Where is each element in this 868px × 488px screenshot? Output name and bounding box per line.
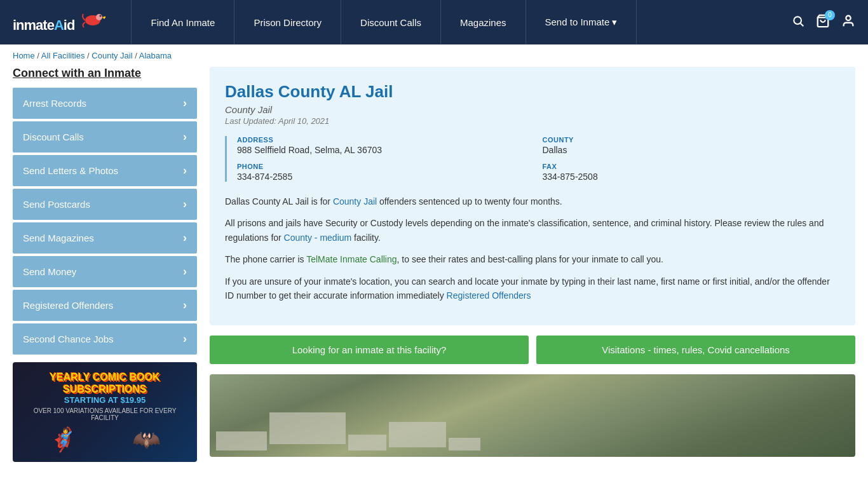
- hero-figure-1: 🦸: [49, 426, 78, 453]
- sidebar-item-registered-offenders[interactable]: Registered Offenders ›: [13, 290, 197, 321]
- facility-type: County Jail: [225, 104, 840, 115]
- breadcrumb-county-jail[interactable]: County Jail: [92, 51, 132, 60]
- facility-card: Dallas County AL Jail County Jail Last U…: [210, 67, 855, 325]
- facility-name: Dallas County AL Jail: [225, 82, 840, 102]
- desc-para-4: If you are unsure of your inmate's locat…: [225, 274, 840, 303]
- desc-para-3: The phone carrier is TelMate Inmate Call…: [225, 252, 840, 266]
- arrow-icon-3: ›: [183, 198, 187, 211]
- main-layout: Connect with an Inmate Arrest Records › …: [0, 67, 868, 475]
- action-buttons: Looking for an inmate at this facility? …: [210, 336, 855, 364]
- logo-text: inmateAid: [13, 11, 105, 34]
- breadcrumb-home[interactable]: Home: [13, 51, 35, 60]
- breadcrumb-all-facilities[interactable]: All Facilities: [41, 51, 85, 60]
- sidebar-item-send-magazines[interactable]: Send Magazines ›: [13, 222, 197, 254]
- sidebar-item-send-postcards[interactable]: Send Postcards ›: [13, 189, 197, 220]
- arrow-icon-5: ›: [183, 265, 187, 278]
- comic-ad-title2: SUBSCRIPTIONS: [22, 383, 188, 395]
- info-fax: FAX 334-875-2508: [543, 163, 841, 182]
- sidebar-heading: Connect with an Inmate: [13, 67, 197, 80]
- comic-ad-note: OVER 100 VARIATIONS AVAILABLE FOR EVERY …: [22, 407, 188, 421]
- building-2: [269, 412, 346, 444]
- hero-figure-2: 🦇: [132, 426, 161, 453]
- info-address: ADDRESS 988 Selffield Road, Selma, AL 36…: [237, 136, 535, 155]
- registered-offenders-link[interactable]: Registered Offenders: [447, 290, 531, 301]
- desc-para-2: All prisons and jails have Security or C…: [225, 216, 840, 245]
- user-button[interactable]: [841, 14, 855, 31]
- breadcrumb-alabama[interactable]: Alabama: [139, 51, 172, 60]
- nav-discount-calls[interactable]: Discount Calls: [341, 0, 441, 44]
- arrow-icon-4: ›: [183, 231, 187, 245]
- nav-find-inmate[interactable]: Find An Inmate: [131, 0, 234, 44]
- nav-prison-directory[interactable]: Prison Directory: [234, 0, 341, 44]
- nav-magazines[interactable]: Magazines: [441, 0, 526, 44]
- phone-value: 334-874-2585: [237, 172, 535, 182]
- telmate-link[interactable]: TelMate Inmate Calling: [306, 254, 397, 264]
- sidebar: Connect with an Inmate Arrest Records › …: [13, 67, 197, 462]
- svg-point-4: [794, 17, 801, 24]
- sidebar-item-send-money[interactable]: Send Money ›: [13, 256, 197, 287]
- arrow-icon-2: ›: [183, 164, 187, 177]
- sidebar-menu: Arrest Records › Discount Calls › Send L…: [13, 88, 197, 355]
- nav-send-to-inmate[interactable]: Send to Inmate ▾: [526, 0, 637, 44]
- building-3: [348, 435, 386, 451]
- sidebar-item-discount-calls[interactable]: Discount Calls ›: [13, 121, 197, 152]
- building-5: [449, 438, 480, 451]
- phone-label: PHONE: [237, 163, 535, 170]
- county-label: COUNTY: [543, 136, 841, 144]
- looking-for-inmate-button[interactable]: Looking for an inmate at this facility?: [210, 336, 529, 364]
- county-medium-link[interactable]: County - medium: [284, 233, 352, 243]
- search-button[interactable]: [792, 15, 804, 30]
- svg-point-1: [96, 14, 102, 20]
- fax-label: FAX: [543, 163, 841, 170]
- address-label: ADDRESS: [237, 136, 535, 144]
- aerial-overlay: [210, 374, 855, 457]
- comic-ad-figures: 🦸 🦇: [22, 426, 188, 453]
- svg-marker-2: [102, 16, 105, 19]
- cart-count: 0: [825, 10, 835, 20]
- main-nav: Find An Inmate Prison Directory Discount…: [131, 0, 792, 44]
- site-header: inmateAid Find An Inmate Prison Director…: [0, 0, 868, 44]
- logo-bird-icon: [80, 11, 105, 30]
- facility-last-updated: Last Updated: April 10, 2021: [225, 116, 840, 126]
- county-value: Dallas: [543, 145, 841, 155]
- facility-description: Dallas County AL Jail is for County Jail…: [225, 194, 840, 302]
- nav-icons: 0: [792, 14, 855, 31]
- building-1: [216, 431, 267, 451]
- visitation-info-button[interactable]: Visitations - times, rules, Covid cancel…: [536, 336, 855, 364]
- arrow-icon-7: ›: [183, 332, 187, 346]
- fax-value: 334-875-2508: [543, 172, 841, 182]
- svg-point-3: [100, 15, 102, 17]
- sidebar-item-arrest-records[interactable]: Arrest Records ›: [13, 88, 197, 119]
- sidebar-item-second-chance-jobs[interactable]: Second Chance Jobs ›: [13, 323, 197, 355]
- breadcrumb: Home / All Facilities / County Jail / Al…: [0, 44, 868, 67]
- comic-ad-title: YEARLY COMIC BOOK: [22, 371, 188, 383]
- main-content: Dallas County AL Jail County Jail Last U…: [210, 67, 855, 462]
- svg-line-5: [801, 23, 804, 26]
- arrow-icon-6: ›: [183, 299, 187, 312]
- building-4: [389, 422, 446, 447]
- sidebar-item-send-letters[interactable]: Send Letters & Photos ›: [13, 155, 197, 186]
- county-jail-link[interactable]: County Jail: [333, 196, 377, 207]
- arrow-icon-0: ›: [183, 97, 187, 110]
- info-phone: PHONE 334-874-2585: [237, 163, 535, 182]
- svg-point-7: [846, 15, 850, 20]
- info-county: COUNTY Dallas: [543, 136, 841, 155]
- desc-para-1: Dallas County AL Jail is for County Jail…: [225, 194, 840, 208]
- facility-aerial-image: [210, 374, 855, 457]
- logo[interactable]: inmateAid: [13, 11, 105, 34]
- facility-info-grid: ADDRESS 988 Selffield Road, Selma, AL 36…: [225, 136, 840, 182]
- address-value: 988 Selffield Road, Selma, AL 36703: [237, 145, 535, 155]
- cart-button[interactable]: 0: [816, 14, 830, 31]
- comic-ad-banner[interactable]: YEARLY COMIC BOOK SUBSCRIPTIONS STARTING…: [13, 362, 197, 462]
- comic-ad-price: STARTING AT $19.95: [22, 395, 188, 405]
- arrow-icon-1: ›: [183, 130, 187, 144]
